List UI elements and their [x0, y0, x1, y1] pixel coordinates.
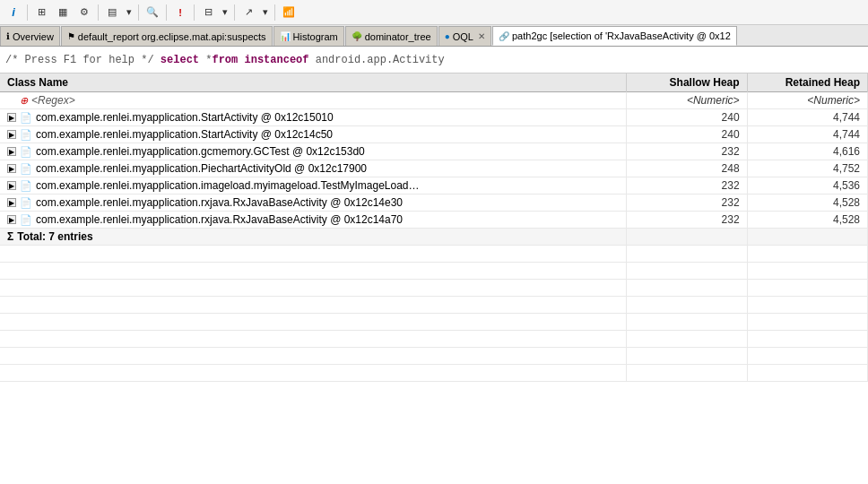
- expand-btn-2[interactable]: ▶: [7, 147, 16, 156]
- regex-shallow: <Numeric>: [627, 92, 747, 109]
- sep4: [166, 4, 167, 21]
- dominator-tab-icon: 🌳: [352, 31, 362, 41]
- tab-default-report[interactable]: ⚑ default_report org.eclipse.mat.api:sus…: [61, 26, 273, 46]
- expand-btn-3[interactable]: ▶: [7, 164, 16, 173]
- expand-btn-4[interactable]: ▶: [7, 181, 16, 190]
- oql-tab-label: OQL: [453, 31, 473, 42]
- shallow-6: 232: [627, 212, 747, 229]
- table-toolbar-btn[interactable]: ⊟: [198, 3, 218, 22]
- sep5: [194, 4, 195, 21]
- layout-dropdown-btn[interactable]: ▾: [124, 3, 135, 22]
- expand-btn-1[interactable]: ▶: [7, 130, 16, 139]
- table-header-row: Class Name Shallow Heap Retained Heap: [0, 73, 868, 92]
- gear-toolbar-btn[interactable]: ⚙: [74, 3, 94, 22]
- bar-toolbar-btn[interactable]: 📶: [279, 3, 299, 22]
- overview-tab-label: Overview: [13, 31, 54, 42]
- table-dropdown-btn[interactable]: ▾: [220, 3, 230, 22]
- shallow-4: 232: [627, 177, 747, 194]
- path2gc-tab-label: path2gc [selection of 'RxJavaBaseActivit…: [512, 30, 731, 41]
- retained-1: 4,744: [747, 126, 867, 143]
- tab-bar: ℹ Overview ⚑ default_report org.eclipse.…: [0, 25, 868, 47]
- retained-0: 4,744: [747, 109, 867, 126]
- expand-btn-0[interactable]: ▶: [7, 113, 16, 122]
- sep2: [98, 4, 99, 21]
- chart-dropdown-btn[interactable]: ▾: [260, 3, 271, 22]
- grid-toolbar-btn[interactable]: ▦: [53, 3, 73, 22]
- results-table: Class Name Shallow Heap Retained Heap ⊕ …: [0, 73, 868, 382]
- oql-tab-icon: ●: [445, 31, 450, 41]
- histogram-tab-label: Histogram: [293, 31, 338, 42]
- sigma-icon: Σ: [7, 230, 13, 243]
- retained-4: 4,536: [747, 177, 867, 194]
- regex-label[interactable]: <Regex>: [31, 94, 75, 107]
- results-table-container: Class Name Shallow Heap Retained Heap ⊕ …: [0, 73, 868, 484]
- shallow-heap-header: Shallow Heap: [627, 73, 747, 92]
- file-icon-0: 📄: [20, 112, 32, 124]
- dominator-tab-label: dominator_tree: [365, 31, 431, 42]
- tab-histogram[interactable]: 📊 Histogram: [273, 26, 344, 46]
- file-icon-4: 📄: [20, 180, 32, 192]
- file-icon-2: 📄: [20, 146, 32, 158]
- total-shallow: [627, 229, 747, 246]
- tab-dominator-tree[interactable]: 🌳 dominator_tree: [345, 26, 438, 46]
- shallow-1: 240: [627, 126, 747, 143]
- sep7: [274, 4, 275, 21]
- tab-path2gc[interactable]: 🔗 path2gc [selection of 'RxJavaBaseActiv…: [492, 26, 737, 46]
- regex-icon: ⊕: [20, 95, 28, 107]
- file-icon-3: 📄: [20, 163, 32, 175]
- class-name-0: com.example.renlei.myapplication.StartAc…: [36, 111, 334, 124]
- shallow-5: 232: [627, 194, 747, 212]
- retained-3: 4,752: [747, 160, 867, 177]
- tab-oql[interactable]: ● OQL ✕: [438, 26, 491, 46]
- expand-btn-6[interactable]: ▶: [7, 215, 16, 224]
- tab-overview[interactable]: ℹ Overview: [0, 26, 60, 46]
- chart-toolbar-btn[interactable]: ↗: [239, 3, 258, 22]
- empty-row: [0, 314, 868, 331]
- shallow-2: 232: [627, 143, 747, 160]
- oql-select-keyword: select: [161, 54, 199, 66]
- retained-5: 4,528: [747, 194, 867, 212]
- search-toolbar-btn[interactable]: 🔍: [143, 3, 162, 22]
- regex-filter-row: ⊕ <Regex> <Numeric> <Numeric>: [0, 92, 868, 109]
- main-toolbar: i ⊞ ▦ ⚙ ▤ ▾ 🔍 ! ⊟ ▾ ↗ ▾ 📶: [0, 0, 868, 25]
- overview-tab-icon: ℹ: [6, 31, 10, 41]
- total-retained: [747, 229, 867, 246]
- empty-row: [0, 297, 868, 314]
- warn-toolbar-btn[interactable]: !: [170, 3, 190, 22]
- file-icon-5: 📄: [20, 197, 32, 209]
- oql-tab-close[interactable]: ✕: [478, 31, 485, 41]
- empty-row: [0, 365, 868, 382]
- overview-toolbar-btn[interactable]: ⊞: [31, 3, 51, 22]
- class-name-3: com.example.renlei.myapplication.Piechar…: [36, 162, 367, 175]
- retained-6: 4,528: [747, 212, 867, 229]
- total-row: Σ Total: 7 entries: [0, 229, 868, 246]
- table-row: ▶ 📄 com.example.renlei.myapplication.rxj…: [0, 212, 868, 229]
- empty-row: [0, 246, 868, 263]
- report-tab-icon: ⚑: [67, 31, 75, 41]
- table-row: ▶ 📄 com.example.renlei.myapplication.gcm…: [0, 143, 868, 160]
- sep1: [27, 4, 28, 21]
- info-toolbar-btn[interactable]: i: [4, 3, 23, 22]
- shallow-3: 248: [627, 160, 747, 177]
- table-row: ▶ 📄 com.example.renlei.myapplication.rxj…: [0, 194, 868, 212]
- oql-comment: /* Press F1 for help */: [5, 54, 154, 66]
- path2gc-tab-icon: 🔗: [499, 31, 509, 41]
- class-name-2: com.example.renlei.myapplication.gcmemor…: [36, 145, 365, 158]
- empty-row: [0, 331, 868, 348]
- class-name-header: Class Name: [0, 73, 627, 92]
- empty-row: [0, 263, 868, 280]
- expand-btn-5[interactable]: ▶: [7, 198, 16, 207]
- retained-heap-header: Retained Heap: [747, 73, 867, 92]
- empty-row: [0, 280, 868, 297]
- table-row: ▶ 📄 com.example.renlei.myapplication.Sta…: [0, 109, 868, 126]
- oql-editor[interactable]: /* Press F1 for help */ select * from in…: [0, 47, 868, 73]
- report-tab-label: default_report org.eclipse.mat.api:suspe…: [78, 31, 266, 42]
- table-row: ▶ 📄 com.example.renlei.myapplication.Sta…: [0, 126, 868, 143]
- layout-toolbar-btn[interactable]: ▤: [102, 3, 122, 22]
- class-name-5: com.example.renlei.myapplication.rxjava.…: [36, 196, 403, 209]
- sep3: [138, 4, 139, 21]
- table-row: ▶ 📄 com.example.renlei.myapplication.Pie…: [0, 160, 868, 177]
- file-icon-1: 📄: [20, 129, 32, 141]
- retained-2: 4,616: [747, 143, 867, 160]
- oql-from-keyword: from: [212, 54, 238, 66]
